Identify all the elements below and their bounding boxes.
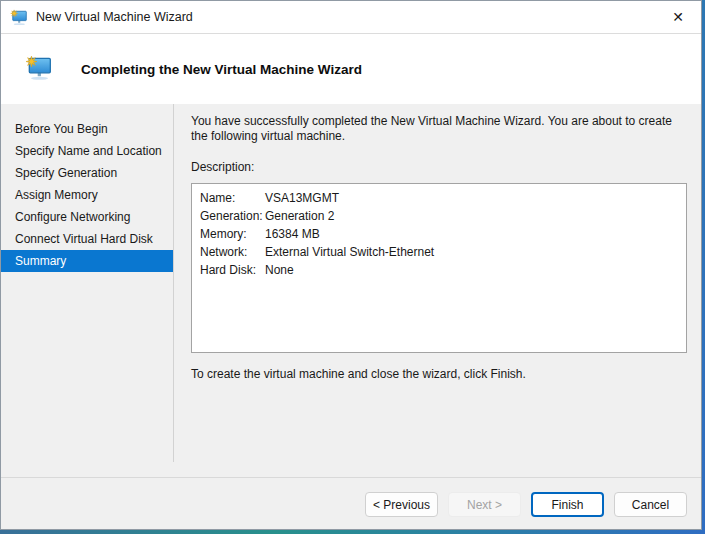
sidebar-item-specify-generation[interactable]: Specify Generation bbox=[1, 162, 173, 184]
summary-row-value: VSA13MGMT bbox=[265, 189, 339, 207]
desktop-background: New Virtual Machine Wizard ✕ Completing … bbox=[0, 0, 705, 534]
summary-row-hard-disk: Hard Disk: None bbox=[192, 261, 686, 279]
summary-page-content: You have successfully completed the New … bbox=[191, 104, 687, 381]
summary-row-generation: Generation: Generation 2 bbox=[192, 207, 686, 225]
previous-button[interactable]: < Previous bbox=[365, 492, 438, 517]
summary-row-value: Generation 2 bbox=[265, 207, 334, 225]
summary-row-network: Network: External Virtual Switch-Etherne… bbox=[192, 243, 686, 261]
sidebar-item-summary[interactable]: Summary bbox=[1, 250, 173, 272]
title-bar: New Virtual Machine Wizard ✕ bbox=[1, 1, 701, 34]
close-button[interactable]: ✕ bbox=[655, 1, 701, 33]
description-box: Name: VSA13MGMT Generation: Generation 2… bbox=[191, 183, 687, 353]
summary-row-label: Hard Disk: bbox=[200, 261, 265, 279]
page-title: Completing the New Virtual Machine Wizar… bbox=[81, 34, 362, 104]
finish-button[interactable]: Finish bbox=[531, 492, 604, 517]
sidebar-divider bbox=[173, 104, 174, 462]
summary-row-label: Network: bbox=[200, 243, 265, 261]
description-label: Description: bbox=[191, 160, 687, 174]
sidebar-item-before-you-begin[interactable]: Before You Begin bbox=[1, 118, 173, 140]
sidebar-item-connect-virtual-hard-disk[interactable]: Connect Virtual Hard Disk bbox=[1, 228, 173, 250]
wizard-icon bbox=[25, 55, 53, 81]
sidebar-item-configure-networking[interactable]: Configure Networking bbox=[1, 206, 173, 228]
summary-row-value: External Virtual Switch-Ethernet bbox=[265, 243, 434, 261]
next-button[interactable]: Next > bbox=[448, 492, 521, 517]
finish-instruction: To create the virtual machine and close … bbox=[191, 367, 687, 381]
summary-row-label: Name: bbox=[200, 189, 265, 207]
summary-row-value: None bbox=[265, 261, 294, 279]
wizard-window: New Virtual Machine Wizard ✕ Completing … bbox=[0, 0, 702, 530]
summary-row-label: Generation: bbox=[200, 207, 265, 225]
sidebar-item-assign-memory[interactable]: Assign Memory bbox=[1, 184, 173, 206]
wizard-steps-nav: Before You Begin Specify Name and Locati… bbox=[1, 104, 173, 272]
app-icon bbox=[10, 9, 28, 26]
summary-row-value: 16384 MB bbox=[265, 225, 320, 243]
close-icon: ✕ bbox=[672, 9, 684, 25]
summary-row-label: Memory: bbox=[200, 225, 265, 243]
cancel-button[interactable]: Cancel bbox=[614, 492, 687, 517]
intro-text: You have successfully completed the New … bbox=[191, 114, 687, 144]
sidebar-item-specify-name-and-location[interactable]: Specify Name and Location bbox=[1, 140, 173, 162]
summary-row-name: Name: VSA13MGMT bbox=[192, 189, 686, 207]
wizard-header: Completing the New Virtual Machine Wizar… bbox=[1, 34, 701, 104]
window-title: New Virtual Machine Wizard bbox=[36, 10, 193, 24]
summary-row-memory: Memory: 16384 MB bbox=[192, 225, 686, 243]
